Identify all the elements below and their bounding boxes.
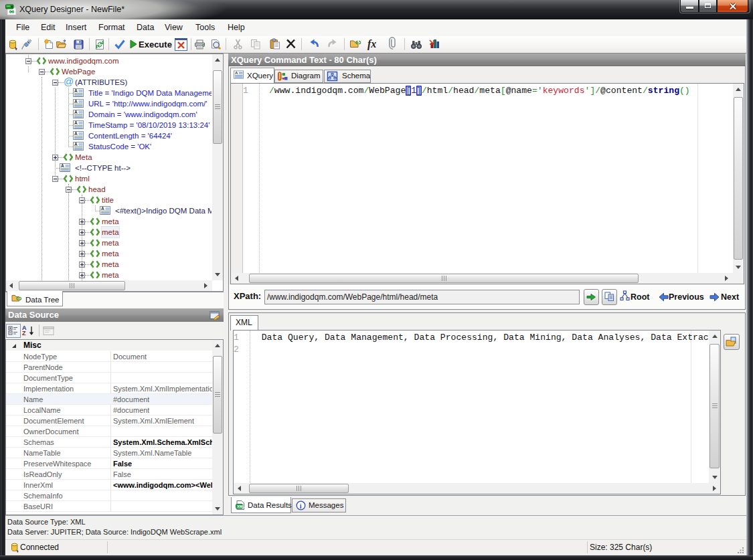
svg-text:XML: XML — [237, 504, 245, 508]
svg-text:i: i — [300, 502, 302, 510]
